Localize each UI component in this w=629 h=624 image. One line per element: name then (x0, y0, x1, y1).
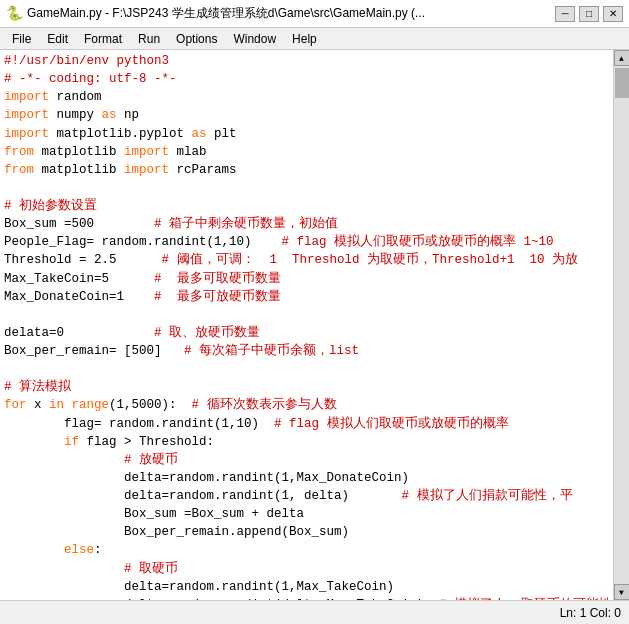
code-line (4, 306, 609, 324)
title-controls: ─ □ ✕ (555, 6, 623, 22)
code-line: import numpy as np (4, 106, 609, 124)
code-line: Threshold = 2.5 # 阈值，可调： 1 Threshold 为取硬… (4, 251, 609, 269)
menu-bar: FileEditFormatRunOptionsWindowHelp (0, 28, 629, 50)
code-line: delta=random.randint(1, delta) # 模拟了人们捐款… (4, 487, 609, 505)
menu-item-file[interactable]: File (4, 30, 39, 48)
code-line: delta=random.randint(delta,Max_TakeCoin)… (4, 596, 609, 600)
menu-item-help[interactable]: Help (284, 30, 325, 48)
code-area[interactable]: #!/usr/bin/env python3 # -*- coding: utf… (0, 50, 613, 600)
close-button[interactable]: ✕ (603, 6, 623, 22)
title-bar: 🐍 GameMain.py - F:\JSP243 学生成绩管理系统d\Game… (0, 0, 629, 28)
maximize-button[interactable]: □ (579, 6, 599, 22)
code-line (4, 179, 609, 197)
menu-item-format[interactable]: Format (76, 30, 130, 48)
code-line: for x in range(1,5000): # 循环次数表示参与人数 (4, 396, 609, 414)
menu-item-run[interactable]: Run (130, 30, 168, 48)
code-line: delata=0 # 取、放硬币数量 (4, 324, 609, 342)
code-line: Box_per_remain.append(Box_sum) (4, 523, 609, 541)
code-line: Max_DonateCoin=1 # 最多可放硬币数量 (4, 288, 609, 306)
code-line: else: (4, 541, 609, 559)
code-line: from matplotlib import rcParams (4, 161, 609, 179)
code-line: # 取硬币 (4, 560, 609, 578)
code-line: Box_per_remain= [500] # 每次箱子中硬币余额，list (4, 342, 609, 360)
scroll-down-button[interactable]: ▼ (614, 584, 630, 600)
status-bar: Ln: 1 Col: 0 (0, 600, 629, 624)
editor-container: #!/usr/bin/env python3 # -*- coding: utf… (0, 50, 629, 600)
code-line: # 放硬币 (4, 451, 609, 469)
code-line: People_Flag= random.randint(1,10) # flag… (4, 233, 609, 251)
code-line: if flag > Threshold: (4, 433, 609, 451)
code-line: flag= random.randint(1,10) # flag 模拟人们取硬… (4, 415, 609, 433)
code-line: import random (4, 88, 609, 106)
code-line: Box_sum =500 # 箱子中剩余硬币数量，初始值 (4, 215, 609, 233)
code-line: # -*- coding: utf-8 -*- (4, 70, 609, 88)
menu-item-options[interactable]: Options (168, 30, 225, 48)
code-line: Max_TakeCoin=5 # 最多可取硬币数量 (4, 270, 609, 288)
vertical-scrollbar[interactable]: ▲ ▼ (613, 50, 629, 600)
code-line: import matplotlib.pyplot as plt (4, 125, 609, 143)
menu-item-edit[interactable]: Edit (39, 30, 76, 48)
code-line: # 初始参数设置 (4, 197, 609, 215)
code-line: delta=random.randint(1,Max_DonateCoin) (4, 469, 609, 487)
code-line: #!/usr/bin/env python3 (4, 52, 609, 70)
cursor-position: Ln: 1 Col: 0 (560, 606, 621, 620)
code-line: Box_sum =Box_sum + delta (4, 505, 609, 523)
code-line (4, 360, 609, 378)
minimize-button[interactable]: ─ (555, 6, 575, 22)
code-line: from matplotlib import mlab (4, 143, 609, 161)
code-line: delta=random.randint(1,Max_TakeCoin) (4, 578, 609, 596)
menu-item-window[interactable]: Window (225, 30, 284, 48)
scroll-up-button[interactable]: ▲ (614, 50, 630, 66)
title-text: GameMain.py - F:\JSP243 学生成绩管理系统d\Game\s… (27, 5, 555, 22)
scroll-thumb[interactable] (615, 68, 629, 98)
code-line: # 算法模拟 (4, 378, 609, 396)
app-icon: 🐍 (6, 5, 23, 22)
